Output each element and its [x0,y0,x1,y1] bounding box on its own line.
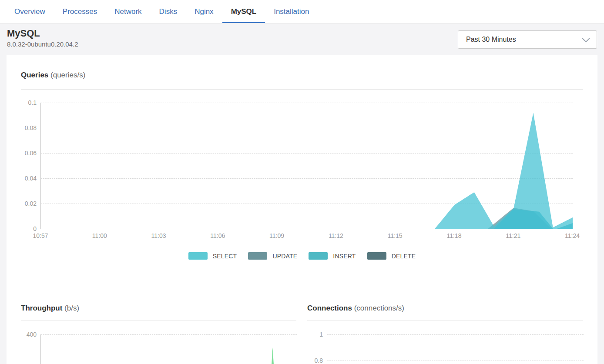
connections-plot [327,334,584,364]
x-axis-label: 11:00 [92,232,107,239]
x-axis-label: 11:15 [388,232,403,239]
connections-panel: Connections (connections/s) 10.8 [307,304,583,364]
tab-disks[interactable]: Disks [151,0,186,23]
chart-title: Connections [307,304,352,312]
divider [21,321,296,321]
queries-chart: 0.10.080.060.040.020 [21,103,583,229]
legend-label: INSERT [333,253,356,260]
divider [21,89,583,90]
tab-installation[interactable]: Installation [265,0,318,23]
legend-label: DELETE [392,253,416,260]
throughput-plot [40,334,297,364]
legend-label: UPDATE [272,253,297,260]
y-axis-label: 0.02 [21,200,37,207]
y-axis-label: 400 [21,331,37,338]
chevron-down-icon [582,34,590,42]
y-axis-label: 0.04 [21,174,37,182]
divider [307,321,583,321]
queries-legend: SELECTUPDATEINSERTDELETE [21,252,583,260]
queries-panel: Queries (queries/s) 0.10.080.060.040.020… [21,55,583,260]
connections-series-svg [327,334,584,364]
queries-plot [40,103,573,229]
legend-item-select: SELECT [188,252,237,260]
panel-title: Throughput (b/s) [21,304,296,313]
series-area-select [41,113,573,229]
legend-label: SELECT [213,253,237,260]
throughput-series-svg [41,334,297,364]
mysql-version: 8.0.32-0ubuntu0.20.04.2 [7,40,78,48]
x-axis-label: 11:03 [151,232,166,239]
page-title: MySQL [7,28,78,39]
queries-x-axis: 10:5711:0011:0311:0611:0911:1211:1511:18… [40,232,583,241]
tab-processes[interactable]: Processes [54,0,106,23]
x-axis-label: 11:12 [329,232,343,239]
chart-title: Queries [21,71,48,79]
x-axis-label: 10:57 [33,232,48,239]
y-axis-label: 0.06 [21,149,37,157]
legend-swatch-delete [367,252,386,260]
bottom-charts-grid: Throughput (b/s) 400200 Connections (con… [21,304,583,364]
x-axis-label: 11:21 [506,232,520,239]
x-axis-label: 11:18 [446,232,461,239]
legend-swatch-insert [309,252,328,260]
tab-overview[interactable]: Overview [6,0,54,23]
y-axis-label: 0.08 [21,124,37,132]
chart-unit: (connections/s) [354,304,404,312]
tab-nginx[interactable]: Nginx [186,0,222,23]
tab-mysql[interactable]: MySQL [222,0,265,23]
x-axis-label: 11:24 [565,232,580,239]
main-card: Queries (queries/s) 0.10.080.060.040.020… [7,55,597,364]
time-range-value: Past 30 Minutes [466,36,516,43]
time-range-select[interactable]: Past 30 Minutes [458,30,597,49]
y-axis-label: 0 [21,225,37,233]
panel-title: Queries (queries/s) [21,55,583,80]
legend-swatch-select [188,252,208,260]
y-axis-label: 0.1 [21,99,37,107]
page-title-block: MySQL 8.0.32-0ubuntu0.20.04.2 [7,28,78,55]
page-header: MySQL 8.0.32-0ubuntu0.20.04.2 Past 30 Mi… [0,23,604,55]
legend-item-insert: INSERT [309,252,356,260]
y-axis-label: 1 [307,331,323,338]
legend-swatch-update [248,252,267,260]
x-axis-label: 11:09 [269,232,284,239]
connections-chart: 10.8 [307,334,583,364]
series-area-throughput [41,347,297,364]
tab-bar: OverviewProcessesNetworkDisksNginxMySQLI… [0,0,604,23]
panel-title: Connections (connections/s) [307,304,583,313]
chart-title: Throughput [21,304,62,312]
chart-unit: (b/s) [64,304,79,312]
queries-series-svg [41,103,573,229]
x-axis-label: 11:06 [210,232,225,239]
legend-item-delete: DELETE [367,252,416,260]
legend-item-update: UPDATE [248,252,297,260]
y-axis-label: 0.8 [307,357,323,364]
tab-network[interactable]: Network [106,0,150,23]
throughput-panel: Throughput (b/s) 400200 [21,304,296,364]
throughput-chart: 400200 [21,334,296,364]
chart-unit: (queries/s) [50,71,85,79]
